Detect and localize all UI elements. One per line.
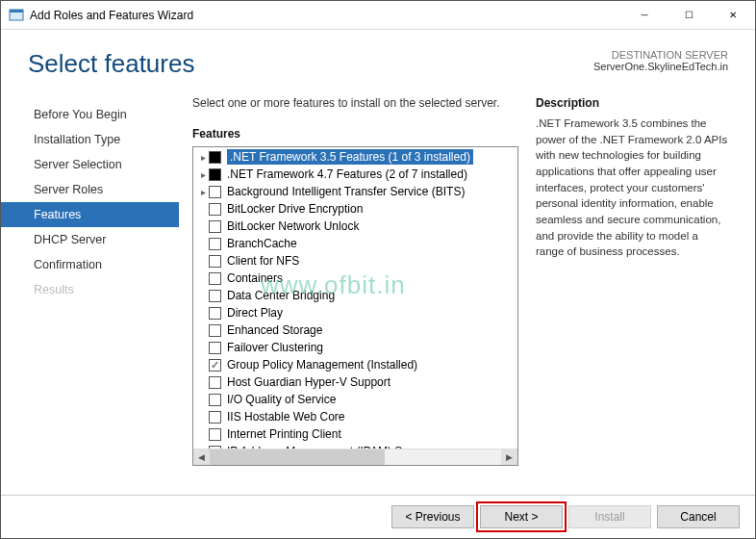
- feature-checkbox[interactable]: [209, 186, 221, 198]
- feature-checkbox[interactable]: [209, 359, 221, 372]
- feature-row[interactable]: I/O Quality of Service: [193, 391, 517, 408]
- feature-row[interactable]: Failover Clustering: [193, 339, 517, 356]
- feature-checkbox[interactable]: [209, 376, 221, 389]
- nav-item-server-selection[interactable]: Server Selection: [1, 152, 179, 177]
- feature-label: Direct Play: [227, 306, 283, 320]
- instruction-text: Select one or more features to install o…: [192, 96, 518, 110]
- feature-checkbox[interactable]: [209, 307, 221, 320]
- feature-checkbox[interactable]: [209, 324, 221, 337]
- install-button[interactable]: Install: [568, 505, 651, 528]
- feature-checkbox[interactable]: [209, 411, 221, 424]
- page-title: Select features: [28, 49, 194, 79]
- feature-label: Containers: [227, 271, 283, 285]
- scroll-right-icon[interactable]: ▶: [501, 449, 517, 465]
- feature-label: Failover Clustering: [227, 341, 323, 354]
- feature-label: I/O Quality of Service: [227, 393, 336, 406]
- feature-checkbox[interactable]: [209, 290, 221, 302]
- feature-row[interactable]: ▸Background Intelligent Transfer Service…: [193, 183, 517, 200]
- feature-checkbox[interactable]: [209, 238, 221, 250]
- previous-button[interactable]: < Previous: [391, 505, 474, 528]
- feature-checkbox[interactable]: [209, 220, 221, 233]
- wizard-nav: Before You BeginInstallation TypeServer …: [1, 96, 179, 495]
- feature-checkbox[interactable]: [209, 428, 221, 441]
- description-text: .NET Framework 3.5 combines the power of…: [536, 116, 728, 260]
- nav-item-server-roles[interactable]: Server Roles: [1, 177, 179, 202]
- feature-checkbox[interactable]: [209, 255, 221, 268]
- feature-label: Group Policy Management (Installed): [227, 358, 417, 372]
- feature-row[interactable]: IIS Hostable Web Core: [193, 408, 517, 425]
- feature-checkbox[interactable]: [209, 168, 221, 181]
- next-button[interactable]: Next >: [480, 505, 563, 528]
- feature-checkbox[interactable]: [209, 342, 221, 354]
- description-title: Description: [536, 96, 728, 110]
- feature-row[interactable]: Direct Play: [193, 304, 517, 321]
- expander-icon[interactable]: ▸: [197, 152, 209, 163]
- feature-label: BitLocker Network Unlock: [227, 219, 359, 233]
- feature-label: Background Intelligent Transfer Service …: [227, 185, 465, 198]
- feature-row[interactable]: Internet Printing Client: [193, 425, 517, 443]
- feature-row[interactable]: BitLocker Drive Encryption: [193, 200, 517, 218]
- feature-checkbox[interactable]: [209, 151, 221, 164]
- feature-row[interactable]: ▸.NET Framework 3.5 Features (1 of 3 ins…: [193, 148, 517, 166]
- horizontal-scrollbar[interactable]: ◀ ▶: [193, 449, 517, 465]
- expander-icon[interactable]: ▸: [197, 187, 209, 197]
- close-button[interactable]: ✕: [711, 1, 755, 30]
- feature-label: Client for NFS: [227, 254, 299, 268]
- feature-label: BranchCache: [227, 237, 297, 250]
- nav-item-before-you-begin[interactable]: Before You Begin: [1, 102, 179, 127]
- destination-server: ServerOne.SkylineEdTech.in: [593, 61, 728, 72]
- destination-server-block: DESTINATION SERVER ServerOne.SkylineEdTe…: [593, 49, 728, 72]
- scrollbar-thumb[interactable]: [210, 449, 385, 465]
- feature-label: Enhanced Storage: [227, 323, 322, 337]
- maximize-button[interactable]: ☐: [667, 1, 711, 30]
- cancel-button[interactable]: Cancel: [657, 505, 740, 528]
- svg-rect-1: [10, 10, 23, 13]
- scroll-left-icon[interactable]: ◀: [193, 449, 210, 465]
- wizard-header: Select features DESTINATION SERVER Serve…: [1, 30, 755, 89]
- feature-label: IIS Hostable Web Core: [227, 410, 345, 424]
- features-listbox[interactable]: ▸.NET Framework 3.5 Features (1 of 3 ins…: [192, 146, 518, 466]
- nav-item-results: Results: [1, 277, 179, 302]
- window-title: Add Roles and Features Wizard: [30, 9, 622, 22]
- destination-label: DESTINATION SERVER: [593, 49, 728, 61]
- feature-row[interactable]: Client for NFS: [193, 252, 517, 270]
- feature-label: Host Guardian Hyper-V Support: [227, 375, 391, 389]
- nav-item-confirmation[interactable]: Confirmation: [1, 252, 179, 277]
- wizard-footer: < Previous Next > Install Cancel: [1, 495, 755, 538]
- feature-row[interactable]: Host Guardian Hyper-V Support: [193, 373, 517, 391]
- feature-checkbox[interactable]: [209, 394, 221, 406]
- feature-row[interactable]: Enhanced Storage: [193, 321, 517, 339]
- feature-row[interactable]: ▸.NET Framework 4.7 Features (2 of 7 ins…: [193, 166, 517, 183]
- feature-row[interactable]: Group Policy Management (Installed): [193, 356, 517, 373]
- nav-item-features[interactable]: Features: [1, 202, 179, 227]
- features-title: Features: [192, 127, 518, 141]
- app-icon: [9, 8, 24, 23]
- nav-item-dhcp-server[interactable]: DHCP Server: [1, 227, 179, 252]
- feature-row[interactable]: Containers: [193, 270, 517, 287]
- feature-label: .NET Framework 4.7 Features (2 of 7 inst…: [227, 167, 467, 181]
- feature-row[interactable]: BranchCache: [193, 235, 517, 252]
- feature-label: BitLocker Drive Encryption: [227, 202, 363, 216]
- feature-label: Internet Printing Client: [227, 427, 341, 441]
- feature-label: Data Center Bridging: [227, 289, 335, 302]
- expander-icon[interactable]: ▸: [197, 169, 209, 180]
- minimize-button[interactable]: ─: [622, 1, 667, 30]
- feature-checkbox[interactable]: [209, 203, 221, 216]
- titlebar: Add Roles and Features Wizard ─ ☐ ✕: [1, 1, 755, 30]
- feature-row[interactable]: BitLocker Network Unlock: [193, 218, 517, 235]
- feature-label: .NET Framework 3.5 Features (1 of 3 inst…: [227, 149, 473, 165]
- nav-item-installation-type[interactable]: Installation Type: [1, 127, 179, 152]
- feature-checkbox[interactable]: [209, 272, 221, 285]
- feature-row[interactable]: Data Center Bridging: [193, 287, 517, 304]
